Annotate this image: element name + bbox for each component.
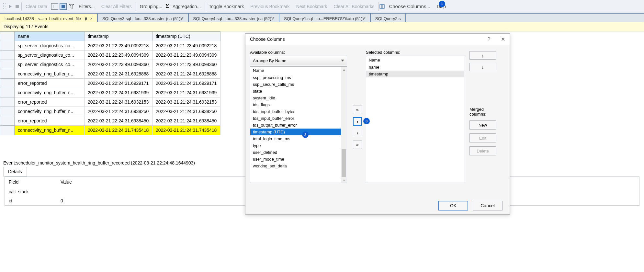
table-row[interactable]: sp_server_diagnostics_co...2022-03-21 22… — [0, 51, 220, 60]
cancel-button[interactable]: Cancel — [473, 201, 503, 210]
move-all-left-button[interactable]: « — [353, 141, 362, 149]
tabstrip: localhost,14338 - s...m_health: event_fi… — [0, 13, 644, 22]
tab-sqlquery2[interactable]: SQLQuery2.s — [371, 14, 406, 22]
row-selector[interactable] — [0, 79, 15, 88]
delete-button[interactable]: Delete — [469, 146, 496, 155]
drag-handle-icon[interactable] — [3, 3, 6, 10]
scroll-up-icon[interactable]: ▴ — [341, 67, 347, 72]
tab-sqlquery3[interactable]: SQLQuery3.sql - loc...338.master (sa (51… — [98, 14, 189, 22]
events-grid[interactable]: name timestamp timestamp (UTC) sp_server… — [0, 31, 220, 135]
details-row[interactable]: id0 — [5, 196, 238, 205]
col-name-header[interactable]: name — [15, 32, 85, 41]
move-down-button[interactable]: ↓ — [469, 63, 496, 71]
table-row[interactable]: connectivity_ring_buffer_r...2022-03-21 … — [0, 126, 220, 135]
list-item[interactable]: timestamp (UTC) — [250, 129, 347, 135]
list-item[interactable]: name — [366, 64, 464, 71]
clear-bookmarks-button[interactable]: Clear All Bookmarks — [330, 4, 378, 9]
list-item[interactable]: tds_output_buffer_error — [250, 122, 347, 129]
edit-button[interactable]: Edit — [469, 133, 496, 142]
tab-label: SQLQuery4.sql - loc...338.master (sa (52… — [193, 16, 275, 21]
col-timestamp-header[interactable]: timestamp — [85, 32, 153, 41]
row-selector[interactable] — [0, 41, 15, 51]
details-value — [57, 187, 238, 196]
filters-button[interactable]: Filters... — [75, 4, 98, 9]
details-field-header[interactable]: Field — [5, 177, 57, 187]
available-columns-listbox[interactable]: Name sspi_processing_mssspi_secure_calls… — [250, 66, 347, 183]
list-item[interactable]: working_set_delta — [250, 163, 347, 169]
list-item[interactable]: user_defined — [250, 149, 347, 156]
table-row[interactable]: sp_server_diagnostics_co...2022-03-21 22… — [0, 60, 220, 69]
choose-columns-button[interactable]: Choose Columns... — [386, 4, 434, 9]
move-left-button[interactable]: ‹ — [353, 129, 362, 137]
dialog-right-column: ↑ ↓ Merged columns: New Edit Delete — [469, 51, 505, 155]
list-item[interactable]: user_mode_time — [250, 156, 347, 163]
col-timestamp-utc-header[interactable]: timestamp (UTC) — [153, 32, 220, 41]
cell-timestamp-utc: 2022-03-21 21:24:31.6931939 — [153, 88, 220, 97]
table-row[interactable]: error_reported2022-03-21 22:24:31.692917… — [0, 79, 220, 88]
list-item[interactable]: sspi_secure_calls_ms — [250, 81, 347, 88]
new-button[interactable]: New — [469, 120, 496, 130]
cell-timestamp-utc: 2022-03-21 21:23:49.0094360 — [153, 60, 220, 69]
list-item[interactable]: type — [250, 142, 347, 149]
help-icon[interactable]: ? — [488, 36, 491, 42]
clear-data-button[interactable]: Clear Data — [22, 4, 51, 9]
row-selector[interactable] — [0, 60, 15, 69]
list-item[interactable]: timestamp — [366, 71, 464, 77]
details-tab[interactable]: Details — [3, 167, 27, 176]
details-row[interactable]: call_stack — [5, 187, 238, 196]
previous-bookmark-button[interactable]: Previous Bookmark — [247, 4, 293, 9]
scroll-down-icon[interactable]: ▾ — [341, 177, 347, 183]
row-selector[interactable] — [0, 51, 15, 60]
play-icon[interactable] — [9, 5, 12, 8]
move-right-button[interactable]: › — [353, 117, 362, 126]
list-item[interactable]: total_login_time_ms — [250, 135, 347, 142]
row-selector[interactable] — [0, 107, 15, 116]
move-up-button[interactable]: ↑ — [469, 51, 496, 60]
table-row[interactable]: connectivity_ring_buffer_r...2022-03-21 … — [0, 69, 220, 79]
table-row[interactable]: error_reported2022-03-21 22:24:31.693215… — [0, 97, 220, 107]
table-row[interactable]: error_reported2022-03-21 22:24:31.693845… — [0, 116, 220, 126]
selected-columns-listbox[interactable]: Name nametimestamp — [366, 56, 464, 183]
list-item[interactable]: tds_input_buffer_error — [250, 115, 347, 122]
row-selector[interactable] — [0, 97, 15, 107]
row-selector[interactable] — [0, 126, 15, 135]
list-item[interactable]: tds_input_buffer_bytes — [250, 108, 347, 115]
close-icon[interactable]: ✕ — [501, 36, 505, 42]
close-icon[interactable]: × — [90, 16, 93, 21]
aggregation-button[interactable]: Aggregation... — [169, 4, 204, 9]
list-item[interactable]: state — [250, 88, 347, 95]
clear-filters-button[interactable]: Clear All Filters — [98, 4, 135, 9]
scroll-thumb[interactable] — [342, 149, 346, 177]
table-row[interactable]: connectivity_ring_buffer_r...2022-03-21 … — [0, 107, 220, 116]
row-selector-header[interactable] — [0, 32, 15, 41]
tab-event-file[interactable]: localhost,14338 - s...m_health: event_fi… — [0, 14, 98, 22]
pin-icon[interactable] — [84, 17, 87, 20]
stop-icon[interactable] — [16, 5, 19, 8]
row-selector[interactable] — [0, 69, 15, 79]
next-bookmark-button[interactable]: Next Bookmark — [293, 4, 331, 9]
cell-name: error_reported — [15, 79, 85, 88]
table-row[interactable]: connectivity_ring_buffer_r...2022-03-21 … — [0, 88, 220, 97]
details-value-header[interactable]: Value — [57, 177, 238, 187]
grouping-button[interactable]: Grouping... — [137, 4, 165, 9]
cell-name: error_reported — [15, 97, 85, 107]
row-selector[interactable] — [0, 116, 15, 126]
dialog-titlebar[interactable]: Choose Columns ? ✕ — [245, 34, 510, 45]
scrollbar[interactable]: ▴ ▾ — [341, 67, 347, 183]
table-row[interactable]: sp_server_diagnostics_co...2022-03-21 22… — [0, 41, 220, 51]
selected-list-header: Name — [366, 56, 464, 64]
view-mode-1-icon[interactable] — [51, 3, 58, 10]
cell-timestamp-utc: 2022-03-21 21:23:49.0092218 — [153, 41, 220, 51]
list-item[interactable]: tds_flags — [250, 101, 347, 108]
toggle-bookmark-button[interactable]: Toggle Bookmark — [206, 4, 247, 9]
ok-button[interactable]: OK — [438, 201, 468, 210]
toolbar: Clear Data Filters... Clear All Filters … — [0, 0, 644, 13]
tab-sqlquery1[interactable]: SQLQuery1.sql - lo...EREBRO\Zikato (51))… — [279, 14, 370, 22]
arrange-by-combo[interactable]: Arrange By Name — [250, 56, 347, 65]
view-mode-2-icon[interactable] — [60, 3, 67, 10]
move-all-right-button[interactable]: » — [353, 106, 362, 114]
tab-sqlquery4[interactable]: SQLQuery4.sql - loc...338.master (sa (52… — [189, 14, 280, 22]
list-item[interactable]: sspi_processing_ms — [250, 74, 347, 81]
row-selector[interactable] — [0, 88, 15, 97]
list-item[interactable]: system_idle — [250, 95, 347, 101]
